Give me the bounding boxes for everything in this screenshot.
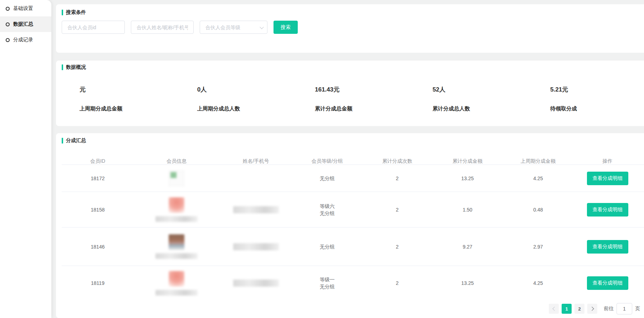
sidebar: 基础设置 数据汇总 分成记录: [0, 0, 51, 318]
commission-count-cell: 2: [362, 176, 433, 181]
radio-circle-icon: [6, 38, 10, 42]
level-group-cell: 无分组: [292, 243, 362, 250]
commission-count-cell: 2: [362, 207, 433, 213]
stat-value: 161.43元: [315, 85, 433, 94]
goto-page-input[interactable]: [617, 303, 632, 314]
member-id-input[interactable]: [62, 21, 125, 34]
member-group: 无分组: [292, 243, 362, 250]
member-group: 无分组: [292, 283, 362, 290]
member-phone-blurred: [233, 206, 279, 213]
next-page-button[interactable]: [587, 304, 597, 314]
column-header: 上周期分成金额: [502, 158, 574, 165]
stat-label: 待领取分成: [550, 105, 644, 112]
name-phone-cell: [219, 243, 292, 250]
member-name-input[interactable]: [131, 21, 194, 34]
search-card: 搜索条件 搜索: [56, 4, 644, 53]
prev-page-button[interactable]: [549, 304, 559, 314]
member-info-cell: [134, 197, 219, 222]
stat-value: 元: [80, 85, 197, 94]
goto-page-group: 前往 页: [604, 303, 640, 314]
table-body: 18172无分组213.254.25查看分成明细18158等级六无分组21.50…: [62, 165, 644, 300]
commission-total-cell: 13.25: [433, 280, 502, 286]
commission-table-card: 分成汇总 会员ID会员信息姓名/手机号会员等级/分组累计分成次数累计分成金额上周…: [56, 133, 644, 318]
page-button-1[interactable]: 1: [562, 304, 572, 314]
member-nickname-blurred: [155, 216, 198, 222]
member-level-select[interactable]: [200, 21, 267, 34]
main-content: 搜索条件 搜索 数据概况 元 上周期分成总金额 0人 上周期分成总人数: [51, 0, 644, 318]
sidebar-item-label: 基础设置: [13, 5, 33, 12]
member-avatar-blurred: [169, 271, 184, 287]
last-period-cell: 0.48: [502, 207, 574, 213]
overview-title-text: 数据概况: [66, 64, 86, 71]
column-header: 操作: [574, 158, 641, 165]
action-cell: 查看分成明细: [574, 172, 641, 185]
level-group-cell: 等级六无分组: [292, 203, 362, 217]
member-phone-blurred: [233, 280, 279, 287]
stat-value: 52人: [433, 85, 550, 94]
table-row: 18119等级一无分组213.254.25查看分成明细: [62, 266, 644, 300]
sidebar-item-label: 数据汇总: [13, 21, 33, 27]
title-accent-bar: [62, 64, 63, 70]
action-cell: 查看分成明细: [574, 276, 641, 290]
page-number-buttons: 12: [559, 304, 584, 314]
table-header: 会员ID会员信息姓名/手机号会员等级/分组累计分成次数累计分成金额上周期分成金额…: [62, 158, 644, 165]
stat-value: 5.21元: [550, 85, 644, 94]
overview-card: 数据概况 元 上周期分成总金额 0人 上周期分成总人数 161.43元 累计分成…: [56, 61, 644, 126]
member-info-cell: [134, 271, 219, 296]
radio-circle-icon: [6, 22, 10, 26]
stat-item: 52人 累计分成总人数: [433, 85, 550, 112]
stat-item: 0人 上周期分成总人数: [197, 85, 315, 112]
goto-page-suffix: 页: [635, 306, 640, 312]
commission-count-cell: 2: [362, 280, 433, 286]
member-level: 等级一: [292, 276, 362, 283]
member-avatar-blurred: [169, 171, 184, 186]
member-avatar-blurred: [169, 197, 184, 213]
commission-total-cell: 9.27: [433, 244, 502, 250]
commission-total-cell: 1.50: [433, 207, 502, 213]
title-accent-bar: [62, 10, 63, 15]
sidebar-item-分成记录[interactable]: 分成记录: [0, 32, 51, 48]
sidebar-item-label: 分成记录: [13, 37, 33, 43]
view-detail-button[interactable]: 查看分成明细: [587, 276, 628, 290]
member-id-cell: 18119: [62, 280, 134, 286]
stat-label: 累计分成总人数: [433, 105, 550, 112]
search-button[interactable]: 搜索: [274, 21, 298, 34]
page-button-2[interactable]: 2: [574, 304, 584, 314]
level-group-cell: 等级一无分组: [292, 276, 362, 290]
table-row: 18158等级六无分组21.500.48查看分成明细: [62, 192, 644, 228]
member-id-cell: 18172: [62, 176, 134, 181]
stat-item: 元 上周期分成总金额: [80, 85, 197, 112]
stat-label: 上周期分成总人数: [197, 105, 315, 112]
stat-item: 161.43元 累计分成总金额: [315, 85, 433, 112]
member-level-select-input[interactable]: [200, 21, 267, 34]
goto-label: 前往: [604, 306, 614, 312]
view-detail-button[interactable]: 查看分成明细: [587, 172, 628, 185]
table-section-title: 分成汇总: [62, 137, 644, 144]
commission-total-cell: 13.25: [433, 176, 502, 181]
radio-circle-icon: [6, 7, 10, 11]
column-header: 累计分成金额: [433, 158, 502, 165]
member-id-cell: 18158: [62, 207, 134, 213]
pagination: 12 前往 页: [62, 300, 644, 318]
column-header: 会员信息: [134, 158, 219, 165]
table-row: 18172无分组213.254.25查看分成明细: [62, 165, 644, 192]
chevron-left-icon: [552, 307, 556, 311]
member-nickname-blurred: [155, 290, 198, 296]
column-header: 姓名/手机号: [219, 158, 292, 165]
last-period-cell: 4.25: [502, 280, 574, 286]
member-nickname-blurred: [155, 253, 198, 259]
last-period-cell: 4.25: [502, 176, 574, 181]
column-header: 累计分成次数: [362, 158, 433, 165]
member-level: 等级六: [292, 203, 362, 210]
view-detail-button[interactable]: 查看分成明细: [587, 203, 628, 217]
table-title-text: 分成汇总: [66, 137, 86, 144]
sidebar-item-基础设置[interactable]: 基础设置: [0, 1, 51, 16]
stat-label: 上周期分成总金额: [80, 105, 197, 112]
view-detail-button[interactable]: 查看分成明细: [587, 240, 628, 254]
name-phone-cell: [219, 280, 292, 287]
sidebar-item-数据汇总[interactable]: 数据汇总: [0, 16, 51, 32]
member-id-cell: 18146: [62, 244, 134, 250]
title-accent-bar: [62, 138, 63, 144]
name-phone-cell: [219, 206, 292, 213]
action-cell: 查看分成明细: [574, 240, 641, 254]
